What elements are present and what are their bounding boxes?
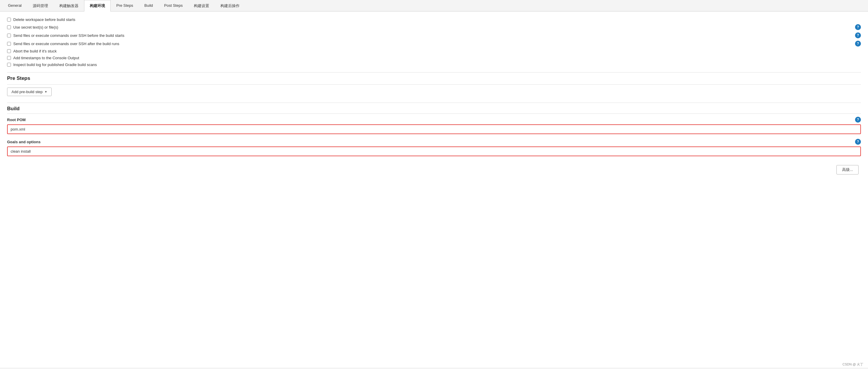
checkbox-row-1: Delete workspace before build starts [7,18,861,22]
checkbox-row-4: Send files or execute commands over SSH … [7,41,861,46]
tab-bar: General 源码管理 构建触发器 构建环境 Pre Steps Build … [0,0,868,11]
checkbox-label-ssh-after[interactable]: Send files or execute commands over SSH … [13,41,855,46]
goals-input[interactable]: clean install [7,146,861,156]
goals-label: Goals and options [7,140,40,144]
checkbox-row-6: Add timestamps to the Console Output [7,56,861,60]
checkbox-label-gradle[interactable]: Inspect build log for published Gradle b… [13,63,97,67]
build-section-title: Build [7,106,861,112]
goals-group: Goals and options ? clean install [7,139,861,156]
build-divider2 [7,113,861,114]
tab-general[interactable]: General [2,0,27,11]
help-icon-ssh-before[interactable]: ? [855,32,861,38]
add-pre-build-step-label: Add pre-build step [11,90,43,94]
tab-postbuild[interactable]: 构建后操作 [215,0,245,11]
root-pom-label: Root POM [7,118,26,122]
add-pre-build-step-button[interactable]: Add pre-build step ▼ [7,88,52,96]
tab-presteps[interactable]: Pre Steps [111,0,139,11]
tab-settings[interactable]: 构建设置 [188,0,215,11]
root-pom-group: Root POM ? pom.xml [7,117,861,134]
dropdown-arrow-icon: ▼ [44,90,48,94]
content-area: Delete workspace before build starts Use… [0,11,868,368]
tab-poststeps[interactable]: Post Steps [158,0,188,11]
checkbox-label-abort-stuck[interactable]: Abort the build if it's stuck [13,49,57,53]
checkbox-row-3: Send files or execute commands over SSH … [7,32,861,38]
pre-steps-title: Pre Steps [7,75,861,81]
page-container: General 源码管理 构建触发器 构建环境 Pre Steps Build … [0,0,868,369]
help-icon-root-pom[interactable]: ? [855,117,861,123]
checkbox-row-2: Use secret text(s) or file(s) ? [7,24,861,30]
advanced-button[interactable]: 高级... [836,165,859,174]
goals-label-row: Goals and options ? [7,139,861,145]
checkbox-secret-text[interactable] [7,25,11,29]
tab-triggers[interactable]: 构建触发器 [54,0,84,11]
footer-brand: CSDN @ 火丁 [843,362,863,367]
checkbox-row-5: Abort the build if it's stuck [7,49,861,53]
tab-source[interactable]: 源码管理 [27,0,54,11]
help-icon-secret[interactable]: ? [855,24,861,30]
root-pom-input[interactable]: pom.xml [7,124,861,134]
build-divider [7,103,861,103]
help-icon-goals[interactable]: ? [855,139,861,145]
checkbox-label-ssh-before[interactable]: Send files or execute commands over SSH … [13,33,855,38]
help-icon-ssh-after[interactable]: ? [855,41,861,46]
checkbox-gradle[interactable] [7,63,11,67]
checkbox-ssh-before[interactable] [7,34,11,37]
checkbox-delete-workspace[interactable] [7,18,11,22]
checkbox-timestamps[interactable] [7,56,11,60]
checkbox-label-timestamps[interactable]: Add timestamps to the Console Output [13,56,79,60]
checkbox-label-secret-text[interactable]: Use secret text(s) or file(s) [13,25,855,30]
pre-steps-divider2 [7,84,861,85]
checkbox-abort-stuck[interactable] [7,49,11,53]
tab-env[interactable]: 构建环境 [84,0,111,11]
root-pom-label-row: Root POM ? [7,117,861,123]
pre-steps-divider [7,72,861,72]
checkboxes-section: Delete workspace before build starts Use… [7,18,861,67]
checkbox-ssh-after[interactable] [7,42,11,46]
checkbox-row-7: Inspect build log for published Gradle b… [7,63,861,67]
tab-build[interactable]: Build [139,0,158,11]
checkbox-label-delete-workspace[interactable]: Delete workspace before build starts [13,18,75,22]
